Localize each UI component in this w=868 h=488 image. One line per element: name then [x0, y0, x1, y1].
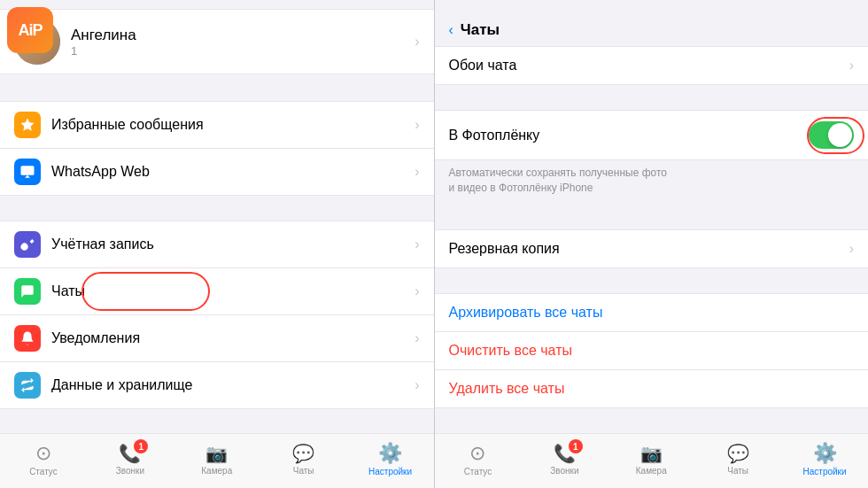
chats-chevron: ›: [415, 283, 419, 299]
section-spacer-1: [435, 85, 869, 110]
section-gap-1: [0, 76, 434, 101]
wallpaper-label: Обои чата: [449, 58, 517, 74]
chats-settings-title: Чаты: [461, 21, 500, 39]
left-settings-panel: 👤 Ангелина 1 › Избранные сообщения ›: [0, 0, 435, 488]
toggle-knob: [828, 123, 852, 147]
calls-badge-right: 1: [569, 439, 583, 453]
menu-item-notifications[interactable]: Уведомления ›: [0, 315, 434, 362]
clear-all-label: Очистить все чаты: [449, 343, 572, 359]
chats-tab-label-left: Чаты: [293, 466, 314, 476]
profile-name: Ангелина: [71, 27, 415, 44]
menu-item-chats[interactable]: Чаты ›: [0, 268, 434, 315]
chats-label: Чаты: [51, 283, 415, 299]
chats-tab-icon-right: 💬: [727, 443, 749, 464]
photolibrary-toggle[interactable]: [809, 121, 854, 149]
right-chats-panel: ‹ Чаты Обои чата › В Фотоплёнку Автомати…: [435, 0, 869, 488]
photolibrary-section: В Фотоплёнку: [435, 110, 869, 160]
menu-item-starred[interactable]: Избранные сообщения ›: [0, 102, 434, 149]
svg-rect-0: [21, 166, 35, 175]
backup-chevron: ›: [849, 241, 854, 257]
settings-icon-right: ⚙️: [813, 442, 837, 465]
notifications-icon: [14, 325, 41, 352]
menu-item-storage[interactable]: Данные и хранилище ›: [0, 362, 434, 408]
chats-tab-label-right: Чаты: [727, 466, 748, 476]
profile-row[interactable]: 👤 Ангелина 1 ›: [0, 9, 434, 74]
tab-camera-left[interactable]: 📷 Камера: [174, 443, 260, 476]
profile-subtitle: 1: [71, 44, 415, 58]
whatsapp-web-chevron: ›: [415, 164, 419, 180]
status-label-right: Статус: [464, 467, 492, 476]
backup-row[interactable]: Резервная копия ›: [435, 230, 869, 267]
tab-camera-right[interactable]: 📷 Камера: [608, 443, 694, 476]
delete-all-label: Удалить все чаты: [449, 381, 565, 397]
section-spacer-3: [435, 268, 869, 293]
status-icon-right: ⊙: [469, 442, 485, 465]
tab-settings-right[interactable]: ⚙️ Настройки: [781, 442, 868, 476]
profile-chevron: ›: [415, 34, 419, 50]
clear-all-row[interactable]: Очистить все чаты: [435, 332, 869, 370]
menu-item-account[interactable]: Учётная запись ›: [0, 221, 434, 268]
tab-calls-right[interactable]: 📞 1 Звонки: [521, 443, 608, 476]
back-chevron: ‹: [449, 22, 453, 38]
aip-logo: AiP: [7, 7, 53, 53]
backup-label: Резервная копия: [449, 241, 560, 257]
back-button[interactable]: ‹: [449, 22, 453, 38]
tab-calls-left[interactable]: 📞 1 Звонки: [87, 443, 174, 476]
delete-all-row[interactable]: Удалить все чаты: [435, 370, 869, 407]
settings-label-left: Настройки: [368, 467, 412, 476]
photolibrary-description: Автоматически сохранять полученные фотои…: [435, 160, 869, 205]
settings-icon-left: ⚙️: [378, 442, 402, 465]
whatsapp-web-label: WhatsApp Web: [51, 164, 415, 180]
starred-chevron: ›: [415, 117, 419, 133]
chats-settings-header: ‹ Чаты: [435, 9, 869, 46]
left-tab-bar: ⊙ Статус 📞 1 Звонки 📷 Камера 💬 Чаты ⚙️: [0, 433, 434, 488]
account-icon: [14, 231, 41, 258]
profile-info: Ангелина 1: [71, 27, 415, 58]
calls-label-right: Звонки: [550, 466, 578, 476]
backup-section: Резервная копия ›: [435, 229, 869, 268]
archive-all-row[interactable]: Архивировать все чаты: [435, 294, 869, 332]
notifications-label: Уведомления: [51, 330, 415, 346]
settings-label-right: Настройки: [803, 467, 847, 476]
status-icon-left: ⊙: [35, 442, 51, 465]
starred-label: Избранные сообщения: [51, 117, 415, 133]
notifications-chevron: ›: [415, 330, 419, 346]
starred-icon: [14, 112, 41, 138]
section-spacer-2: [435, 205, 869, 229]
account-label: Учётная запись: [51, 236, 415, 252]
whatsapp-web-icon: [14, 159, 41, 185]
account-chevron: ›: [415, 236, 419, 252]
calls-badge-container-right: 📞 1: [554, 443, 576, 464]
tab-chats-right[interactable]: 💬 Чаты: [694, 443, 781, 476]
wallpaper-row[interactable]: Обои чата ›: [435, 47, 869, 84]
aip-logo-text: AiP: [18, 21, 42, 40]
status-label-left: Статус: [29, 467, 58, 476]
wallpaper-section: Обои чата ›: [435, 46, 869, 85]
calls-label-left: Звонки: [116, 466, 144, 476]
camera-icon-left: 📷: [205, 443, 228, 464]
section-gap-2: [0, 196, 434, 221]
right-tab-bar: ⊙ Статус 📞 1 Звонки 📷 Камера 💬 Чаты ⚙️: [435, 433, 869, 488]
photolibrary-row[interactable]: В Фотоплёнку: [435, 111, 869, 159]
chats-tab-icon-left: 💬: [292, 443, 314, 464]
camera-icon-right: 📷: [640, 443, 663, 464]
wallpaper-chevron: ›: [849, 58, 854, 74]
tab-settings-left[interactable]: ⚙️ Настройки: [347, 442, 434, 476]
storage-label: Данные и хранилище: [51, 377, 415, 393]
actions-section: Архивировать все чаты Очистить все чаты …: [435, 293, 869, 408]
storage-chevron: ›: [415, 377, 419, 393]
menu-item-whatsapp-web[interactable]: WhatsApp Web ›: [0, 149, 434, 195]
tab-chats-left[interactable]: 💬 Чаты: [260, 443, 347, 476]
tab-status-left[interactable]: ⊙ Статус: [0, 442, 87, 476]
tab-status-right[interactable]: ⊙ Статус: [435, 442, 522, 476]
menu-section-1: Избранные сообщения › WhatsApp Web ›: [0, 101, 434, 196]
camera-label-right: Камера: [636, 466, 667, 476]
photolibrary-label: В Фотоплёнку: [449, 128, 810, 143]
camera-label-left: Камера: [201, 466, 232, 476]
calls-badge-container-left: 📞 1: [119, 443, 141, 464]
menu-section-2: Учётная запись › Чаты › Уведомления ›: [0, 221, 434, 409]
calls-badge-left: 1: [134, 439, 148, 453]
archive-all-label: Архивировать все чаты: [449, 305, 603, 321]
storage-icon: [14, 372, 41, 399]
chats-icon: [14, 278, 41, 305]
